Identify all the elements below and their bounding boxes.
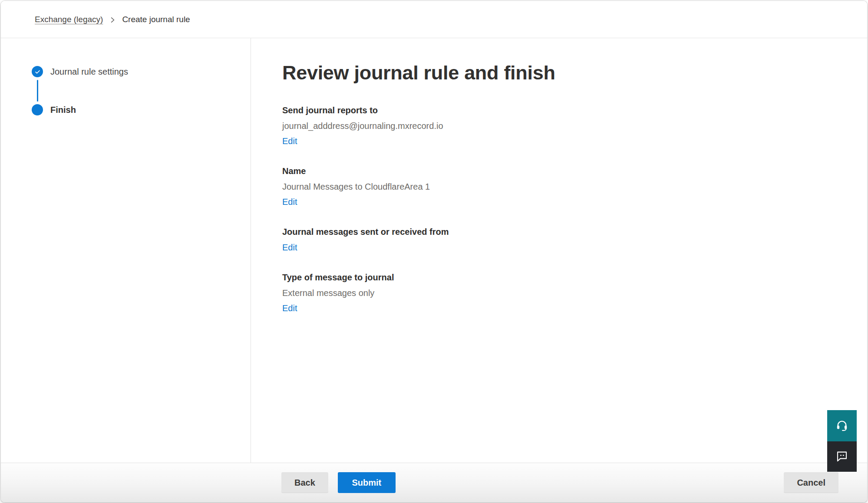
side-widgets bbox=[827, 410, 857, 472]
edit-journal-messages-link[interactable]: Edit bbox=[282, 243, 297, 253]
rule-name-value: Journal Messages to CloudflareArea 1 bbox=[282, 182, 867, 192]
headset-icon bbox=[835, 418, 849, 434]
back-button[interactable]: Back bbox=[281, 472, 328, 493]
journal-report-address-value: journal_adddress@journaling.mxrecord.io bbox=[282, 121, 867, 131]
section-label: Name bbox=[282, 166, 867, 176]
section-name: Name Journal Messages to CloudflareArea … bbox=[282, 166, 867, 207]
cancel-button[interactable]: Cancel bbox=[784, 472, 838, 493]
step-finish[interactable]: Finish bbox=[32, 104, 251, 115]
section-type-of-message: Type of message to journal External mess… bbox=[282, 273, 867, 313]
submit-button[interactable]: Submit bbox=[338, 472, 396, 493]
wizard-footer: Back Submit Cancel bbox=[1, 463, 867, 502]
step-current-dot-icon bbox=[32, 104, 43, 115]
step-connector-line bbox=[37, 80, 38, 102]
step-journal-rule-settings[interactable]: Journal rule settings bbox=[32, 66, 251, 77]
review-panel: Review journal rule and finish Send jour… bbox=[251, 38, 867, 463]
breadcrumb-link-exchange-legacy[interactable]: Exchange (legacy) bbox=[35, 15, 103, 24]
page-title: Review journal rule and finish bbox=[282, 62, 867, 84]
feedback-icon bbox=[835, 450, 848, 464]
step-label-finish: Finish bbox=[50, 105, 76, 115]
help-button[interactable] bbox=[827, 410, 857, 441]
chevron-right-icon bbox=[109, 17, 116, 23]
step-completed-check-icon bbox=[32, 66, 43, 77]
edit-name-link[interactable]: Edit bbox=[282, 197, 297, 207]
wizard-body: Journal rule settings Finish Review jour… bbox=[1, 38, 867, 463]
section-label: Journal messages sent or received from bbox=[282, 227, 867, 237]
section-label: Type of message to journal bbox=[282, 273, 867, 283]
breadcrumb-current-page: Create journal rule bbox=[122, 15, 190, 24]
wizard-steps-panel: Journal rule settings Finish bbox=[1, 38, 251, 463]
feedback-button[interactable] bbox=[827, 441, 857, 472]
breadcrumb: Exchange (legacy) Create journal rule bbox=[1, 1, 867, 38]
edit-send-journal-reports-link[interactable]: Edit bbox=[282, 136, 297, 146]
section-journal-messages-sent-or-received: Journal messages sent or received from E… bbox=[282, 227, 867, 253]
exchange-admin-window: Exchange (legacy) Create journal rule Jo… bbox=[0, 0, 868, 503]
section-send-journal-reports-to: Send journal reports to journal_adddress… bbox=[282, 105, 867, 146]
message-type-value: External messages only bbox=[282, 288, 867, 298]
step-label-journal-rule-settings: Journal rule settings bbox=[50, 67, 128, 77]
section-label: Send journal reports to bbox=[282, 105, 867, 115]
edit-message-type-link[interactable]: Edit bbox=[282, 303, 297, 313]
